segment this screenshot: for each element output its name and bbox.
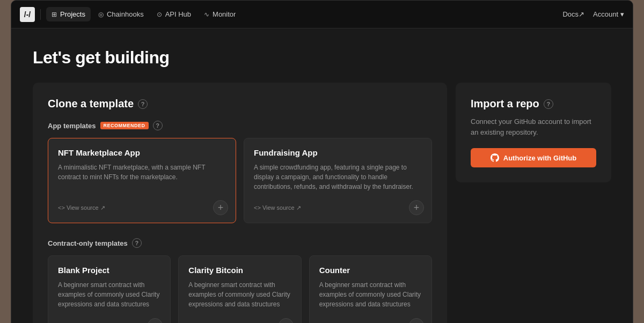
contract-template-cards: Blank Project A beginner smart contract … xyxy=(48,255,432,323)
chevron-down-icon: ▾ xyxy=(620,10,624,18)
card-blank-project[interactable]: Blank Project A beginner smart contract … xyxy=(48,255,171,323)
card-title-counter: Counter xyxy=(319,266,422,275)
import-description: Connect your GitHub account to import an… xyxy=(471,116,596,137)
nav-item-chainhooks[interactable]: ◎ Chainhooks xyxy=(93,7,149,21)
clone-title-text: Clone a template xyxy=(48,98,134,110)
card-footer-nft: <> View source ↗ + xyxy=(58,200,228,215)
app-templates-text: App templates xyxy=(48,122,96,130)
card-desc-nft: A minimalistic NFT marketplace, with a s… xyxy=(58,163,226,182)
import-panel: Import a repo ? Connect your GitHub acco… xyxy=(456,83,611,182)
github-btn-label: Authorize with GitHub xyxy=(503,154,576,162)
nav-label-api-hub: API Hub xyxy=(165,10,191,18)
account-menu[interactable]: Account ▾ xyxy=(593,10,624,18)
app-templates-help-icon[interactable]: ? xyxy=(153,121,163,130)
account-label: Account xyxy=(593,10,618,18)
add-btn-nft[interactable]: + xyxy=(213,200,228,215)
logo-text: /-/ xyxy=(24,10,31,19)
projects-icon: ⊞ xyxy=(52,11,57,18)
card-footer-clarity-bitcoin: <> View source ↗ + xyxy=(188,318,293,323)
card-clarity-bitcoin[interactable]: Clarity Bitcoin A beginner smart contrac… xyxy=(178,255,301,323)
add-btn-clarity-bitcoin[interactable]: + xyxy=(279,318,294,323)
nav-label-chainhooks: Chainhooks xyxy=(107,10,144,18)
card-desc-clarity-bitcoin: A beginner smart contract with examples … xyxy=(188,280,291,309)
view-source-fundraising[interactable]: <> View source ↗ xyxy=(254,204,301,211)
clone-section-title: Clone a template ? xyxy=(48,98,432,110)
authorize-github-button[interactable]: Authorize with GitHub xyxy=(471,148,596,167)
docs-link[interactable]: Docs↗ xyxy=(562,10,584,18)
card-title-fundraising: Fundraising App xyxy=(254,148,422,157)
nav-item-projects[interactable]: ⊞ Projects xyxy=(46,7,91,21)
card-counter[interactable]: Counter A beginner smart contract with e… xyxy=(309,255,432,323)
api-hub-icon: ⊙ xyxy=(157,11,162,18)
content-grid: Clone a template ? App templates RECOMME… xyxy=(33,83,611,323)
nav-label-monitor: Monitor xyxy=(213,10,236,18)
recommended-badge: RECOMMENDED xyxy=(100,122,149,129)
card-desc-blank: A beginner smart contract with examples … xyxy=(58,280,160,309)
clone-help-icon[interactable]: ? xyxy=(138,99,148,109)
contract-templates-help-icon[interactable]: ? xyxy=(132,238,142,248)
app-template-cards: NFT Marketplace App A minimalistic NFT m… xyxy=(48,138,432,223)
chainhooks-icon: ◎ xyxy=(98,11,104,18)
nav-items: ⊞ Projects ◎ Chainhooks ⊙ API Hub ∿ Moni… xyxy=(46,7,562,21)
navbar: /-/ ⊞ Projects ◎ Chainhooks ⊙ API Hub ∿ … xyxy=(11,1,633,28)
app-templates-label: App templates RECOMMENDED ? xyxy=(48,121,432,130)
nav-label-projects: Projects xyxy=(60,10,85,18)
card-nft-marketplace[interactable]: NFT Marketplace App A minimalistic NFT m… xyxy=(48,138,236,223)
import-section-title: Import a repo ? xyxy=(471,98,596,110)
add-btn-blank[interactable]: + xyxy=(148,318,163,323)
nav-divider xyxy=(40,9,41,20)
docs-label: Docs↗ xyxy=(562,10,584,18)
card-title-clarity-bitcoin: Clarity Bitcoin xyxy=(188,266,291,275)
import-help-icon[interactable]: ? xyxy=(544,99,553,109)
nav-right: Docs↗ Account ▾ xyxy=(562,10,624,18)
add-btn-counter[interactable]: + xyxy=(409,318,424,323)
main-content: Let's get building Clone a template ? Ap… xyxy=(11,28,633,323)
card-fundraising[interactable]: Fundraising App A simple crowdfunding ap… xyxy=(244,138,432,223)
card-desc-counter: A beginner smart contract with examples … xyxy=(319,280,422,309)
page-title: Let's get building xyxy=(33,48,611,68)
contract-templates-label: Contract-only templates ? xyxy=(48,238,432,248)
import-title-text: Import a repo xyxy=(471,98,539,110)
card-footer-fundraising: <> View source ↗ + xyxy=(254,200,424,215)
monitor-icon: ∿ xyxy=(204,11,209,18)
nav-item-api-hub[interactable]: ⊙ API Hub xyxy=(151,7,196,21)
card-title-nft: NFT Marketplace App xyxy=(58,148,226,157)
logo[interactable]: /-/ xyxy=(20,7,35,22)
card-title-blank: Blank Project xyxy=(58,266,160,275)
view-source-nft[interactable]: <> View source ↗ xyxy=(58,204,105,211)
contract-templates-text: Contract-only templates xyxy=(48,239,128,247)
github-icon xyxy=(491,153,499,162)
nav-item-monitor[interactable]: ∿ Monitor xyxy=(199,7,241,21)
app-window: /-/ ⊞ Projects ◎ Chainhooks ⊙ API Hub ∿ … xyxy=(11,0,633,323)
card-footer-blank: <> View source ↗ + xyxy=(58,318,163,323)
clone-panel: Clone a template ? App templates RECOMME… xyxy=(33,83,447,323)
card-footer-counter: <> View source ↗ + xyxy=(319,318,424,323)
card-desc-fundraising: A simple crowdfunding app, featuring a s… xyxy=(254,163,422,192)
add-btn-fundraising[interactable]: + xyxy=(409,200,424,215)
